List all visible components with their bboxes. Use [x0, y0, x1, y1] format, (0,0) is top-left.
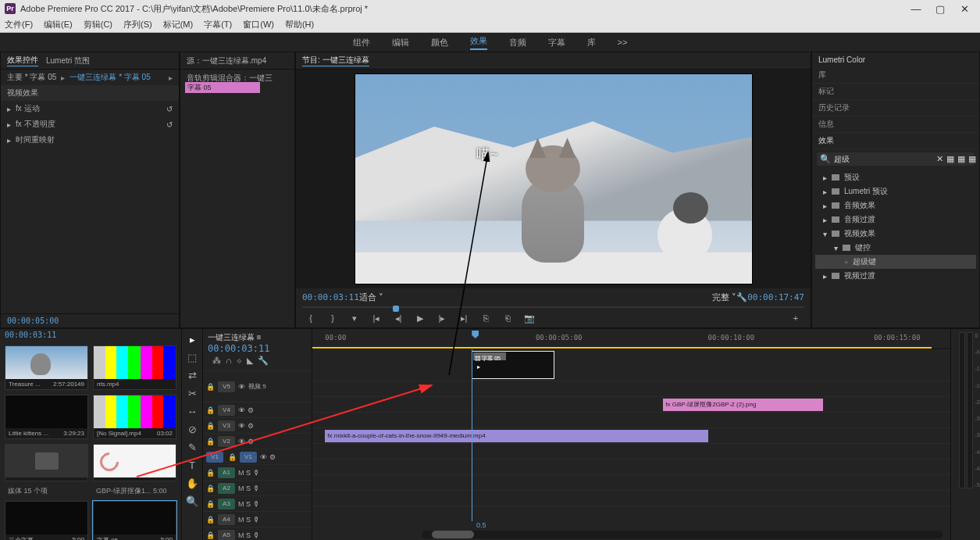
wrench-tl-icon[interactable]: 🔧 [258, 356, 269, 366]
program-ruler[interactable] [302, 306, 804, 308]
ec-src-tab[interactable]: 源：一键三连绿幕.mp4 [187, 55, 266, 66]
menu-marker[interactable]: 标记(M) [163, 19, 194, 30]
menu-sequence[interactable]: 序列(S) [123, 19, 152, 30]
clip-gbp-png[interactable]: fx GBP-绿屏抠像2GBP-2 (2).png [663, 399, 822, 411]
search-input[interactable] [834, 155, 933, 163]
effects-search[interactable]: 🔍 ✕ ▦ ▦ ▦ [817, 152, 975, 166]
thumb-treasure[interactable]: Treasure ...2:57:20149 [5, 345, 88, 390]
wrench-icon[interactable]: 🔧 [736, 292, 747, 302]
preset-icon-2[interactable]: ▦ [957, 154, 965, 164]
track-a3[interactable]: 🔒A3M S 🎙 [203, 495, 312, 511]
menu-title[interactable]: 字幕(T) [204, 19, 232, 30]
track-v4[interactable]: 🔒V4👁 ⚙ [203, 402, 312, 417]
export-frame-icon[interactable]: 📷 [521, 311, 538, 325]
program-tc-left[interactable]: 00:00:03:11 [302, 292, 359, 302]
zoom-level[interactable]: 0.5 [476, 521, 486, 529]
marker-icon[interactable]: ▾ [346, 311, 363, 325]
magnet-icon[interactable]: ∩ [226, 356, 232, 366]
sequence-tc[interactable]: 00:00:03:11 [208, 343, 307, 354]
minimize-button[interactable]: — [905, 3, 927, 15]
tree-video-fx[interactable]: ▾ 视频效果 [815, 227, 976, 241]
zoom-tool-icon[interactable]: 🔍 [186, 495, 198, 507]
thumb-subtitle-05[interactable]: 字幕 055:00 [93, 501, 176, 540]
ws-effects[interactable]: 效果 [470, 35, 487, 50]
ws-captions[interactable]: 字幕 [548, 37, 565, 48]
tree-lumetri-presets[interactable]: ▸ Lumetri 预设 [815, 184, 976, 198]
ec-motion[interactable]: ▸ fx 运动↺ [1, 101, 179, 116]
thumb-white[interactable] [93, 444, 176, 481]
tree-keying[interactable]: ▾ 键控 [815, 241, 976, 255]
menu-edit[interactable]: 编辑(E) [44, 19, 73, 30]
ws-color[interactable]: 颜色 [431, 37, 448, 48]
tree-presets[interactable]: ▸ 预设 [815, 170, 976, 184]
lum-effects[interactable]: 效果 [812, 133, 979, 149]
lum-markers[interactable]: 标记 [812, 84, 979, 100]
menu-window[interactable]: 窗口(W) [243, 19, 274, 30]
track-a2[interactable]: 🔒A2M S 🎙 [203, 480, 312, 495]
marker-tool-icon[interactable]: ◣ [247, 356, 253, 366]
track-v3[interactable]: 🔒V3👁 ⚙ [203, 417, 312, 433]
zoom-fit[interactable]: 适合 ˅ [359, 291, 383, 303]
thumb-kittens[interactable]: Little kittens ...3:29:23 [5, 395, 88, 439]
track-v5[interactable]: 🔒V5👁视频 5 [203, 370, 312, 402]
go-in-icon[interactable]: |◂ [368, 311, 385, 325]
timeline-ruler[interactable]: 00:00 00:00:05:00 00:00:10:00 00:00:15:0… [312, 329, 950, 349]
sequence-name[interactable]: 一键三连绿幕 ≡ [208, 332, 307, 343]
link-icon[interactable]: ⟐ [237, 356, 242, 366]
thumb-three-subs[interactable]: 三个字幕5:00 [5, 501, 88, 540]
selection-tool-icon[interactable]: ▸ [190, 334, 195, 345]
add-button-icon[interactable]: + [787, 311, 804, 325]
preset-icon[interactable]: ▦ [946, 154, 954, 164]
type-tool-icon[interactable]: T [189, 460, 195, 471]
tracks-area[interactable]: ▦ 字幕 05▸ fx GBP-绿屏抠像2GBP-2 (2).png fx mi… [312, 349, 950, 521]
play-icon[interactable]: ▶ [412, 311, 429, 325]
track-v2[interactable]: 🔒V2👁 ⚙ [203, 433, 312, 449]
tree-audio-trans[interactable]: ▸ 音频过渡 [815, 213, 976, 227]
tab-effect-controls[interactable]: 效果控件 [7, 55, 38, 66]
track-select-tool-icon[interactable]: ⬚ [187, 352, 197, 363]
track-v1[interactable]: V1🔒V1👁 ⚙ [203, 449, 312, 464]
lum-history[interactable]: 历史记录 [812, 100, 979, 116]
ec-timecode[interactable]: 00:00:05:00 [7, 316, 59, 325]
ws-audio[interactable]: 音频 [509, 37, 526, 48]
tab-lumetri-scopes[interactable]: Lumetri 范围 [46, 55, 90, 66]
ec-opacity[interactable]: ▸ fx 不透明度↺ [1, 116, 179, 132]
ws-more[interactable]: >> [618, 38, 628, 47]
hand-tool-icon[interactable]: ✋ [186, 477, 198, 489]
track-a5[interactable]: 🔒A5M S 🎙 [203, 527, 312, 540]
menu-clip[interactable]: 剪辑(C) [84, 19, 112, 30]
tree-ultra-key[interactable]: ▫ 超级键 [815, 255, 976, 269]
mark-in-icon[interactable]: { [302, 311, 319, 325]
program-tab[interactable]: 节目: 一键三连绿幕 [302, 55, 369, 66]
ws-library[interactable]: 库 [587, 37, 596, 48]
rect-tool-icon[interactable]: ✎ [188, 442, 197, 453]
tree-video-trans[interactable]: ▸ 视频过渡 [815, 269, 976, 283]
razor-tool-icon[interactable]: ✂ [188, 388, 197, 399]
thumb-nosignal[interactable]: [No Signal].mp403:02 [93, 395, 176, 439]
ec-time-remap[interactable]: ▸ 时间重映射 [1, 132, 179, 148]
program-viewer[interactable]: 喵~ [296, 70, 811, 288]
track-a4[interactable]: 🔒A4M S 🎙 [203, 511, 312, 527]
playhead-icon[interactable] [472, 331, 479, 338]
thumb-folder[interactable] [5, 444, 88, 481]
clip-mixkit-video[interactable]: fx mixkit-a-couple-of-cats-in-the-snow-9… [325, 430, 707, 442]
lift-icon[interactable]: ⎘ [477, 311, 494, 325]
maximize-button[interactable]: ▢ [929, 3, 951, 15]
pen-tool-icon[interactable]: ⊘ [188, 424, 197, 435]
zoom-scrollbar[interactable] [422, 531, 943, 538]
ripple-tool-icon[interactable]: ⇄ [188, 370, 197, 381]
lum-info[interactable]: 信息 [812, 116, 979, 133]
tree-audio-fx[interactable]: ▸ 音频效果 [815, 198, 976, 213]
thumb-nts[interactable]: nts.mp4 [93, 345, 176, 390]
preset-icon-3[interactable]: ▦ [968, 154, 976, 164]
snap-icon[interactable]: ⁂ [212, 356, 221, 366]
lum-lib[interactable]: 库 [812, 67, 979, 84]
mark-out-icon[interactable]: } [324, 311, 341, 325]
ws-editing[interactable]: 编辑 [392, 37, 409, 48]
menu-file[interactable]: 文件(F) [5, 19, 33, 30]
ec-mini-clip[interactable]: 字幕 05 [185, 82, 260, 93]
clear-icon[interactable]: ✕ [936, 154, 943, 164]
track-a1[interactable]: 🔒A1M S 🎙 [203, 464, 312, 480]
extract-icon[interactable]: ⎗ [499, 311, 516, 325]
quality-full[interactable]: 完整 ˅ [712, 291, 736, 303]
